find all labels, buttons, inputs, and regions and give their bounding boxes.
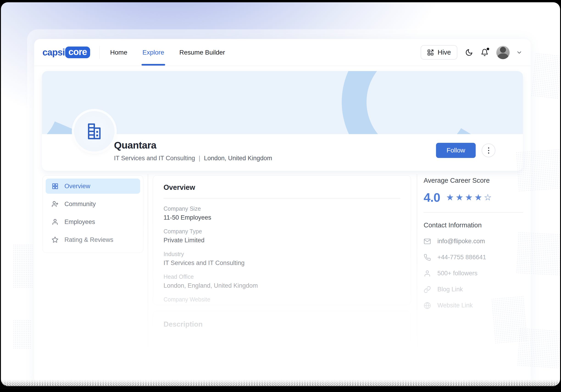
- contact-followers[interactable]: 500+ followers: [424, 270, 523, 277]
- company-logo-avatar: [74, 111, 114, 151]
- star-icon: [52, 236, 58, 243]
- description-card: Description: [153, 311, 411, 386]
- career-score: 4.0 ★★★★☆: [424, 190, 523, 204]
- field-head-office: Head Office London, England, United King…: [163, 274, 400, 289]
- contact-email[interactable]: info@flipoke.com: [424, 238, 523, 245]
- field-company-size: Company Size 11-50 Employees: [163, 205, 400, 221]
- company-identity: Quantara IT Services and IT Consulting |…: [114, 140, 272, 162]
- follow-button[interactable]: Follow: [436, 143, 476, 158]
- user-icon: [52, 218, 58, 225]
- field-value: London, England, United Kingdom: [163, 282, 400, 289]
- field-label: Head Office: [163, 274, 400, 280]
- notifications-button[interactable]: [481, 49, 488, 56]
- building-icon: [85, 122, 104, 141]
- field-label: Company Type: [163, 228, 400, 235]
- overview-title: Overview: [163, 183, 400, 192]
- sidebar-item-employees[interactable]: Employees: [46, 214, 140, 230]
- app-window: capsi core Home Explore Resume Builder: [34, 39, 531, 386]
- contact-label: +44-7755 886641: [437, 254, 486, 261]
- notification-dot: [487, 48, 489, 50]
- more-options-button[interactable]: [482, 144, 496, 157]
- brand-logo-suffix: core: [65, 47, 90, 58]
- kebab-icon: [488, 148, 489, 148]
- dark-mode-toggle[interactable]: [465, 49, 473, 56]
- sidebar-item-label: Rating & Reviews: [65, 236, 113, 244]
- career-score-title: Average Career Score: [424, 177, 523, 184]
- field-company-website: Company Website www.quantara.com: [163, 296, 400, 305]
- company-subtitle: IT Services and IT Consulting | London, …: [114, 155, 272, 162]
- sidebar-item-community[interactable]: Community: [46, 196, 140, 212]
- field-value: IT Services and IT Consulting: [163, 259, 400, 267]
- globe-icon: [424, 302, 431, 309]
- profile-menu-button[interactable]: [516, 49, 522, 56]
- logo-divider: [99, 46, 100, 59]
- career-score-value: 4.0: [424, 190, 440, 204]
- company-header-card: Quantara IT Services and IT Consulting |…: [42, 71, 523, 171]
- brand-logo[interactable]: capsi core: [43, 47, 90, 58]
- link-icon: [424, 286, 431, 293]
- contact-label: Website Link: [437, 302, 473, 309]
- contact-phone[interactable]: +44-7755 886641: [424, 254, 523, 261]
- contact-website-link[interactable]: Website Link: [424, 302, 523, 309]
- profile-section-nav: Overview Community: [43, 175, 143, 253]
- field-label: Company Website: [163, 296, 400, 303]
- company-location: London, United Kingdom: [204, 155, 272, 162]
- mail-icon: [424, 238, 431, 245]
- nav-link-home[interactable]: Home: [110, 49, 127, 56]
- navbar-actions: Hive: [421, 45, 522, 60]
- field-value: Private Limited: [163, 237, 400, 244]
- subtitle-separator: |: [199, 155, 200, 162]
- field-company-type: Company Type Private Limited: [163, 228, 400, 244]
- brand-logo-prefix: capsi: [43, 47, 65, 58]
- user-plus-icon: [52, 201, 58, 207]
- nav-link-resume-builder[interactable]: Resume Builder: [179, 49, 225, 56]
- company-info-strip: Quantara IT Services and IT Consulting |…: [42, 134, 523, 171]
- user-icon: [424, 270, 431, 277]
- divider: [163, 198, 400, 199]
- grid-icon: [52, 183, 58, 190]
- phone-icon: [424, 254, 431, 261]
- sidebar-item-label: Community: [65, 201, 96, 208]
- primary-nav: Home Explore Resume Builder: [110, 49, 225, 56]
- hive-button-label: Hive: [438, 49, 451, 56]
- desktop-background: capsi core Home Explore Resume Builder: [1, 2, 560, 386]
- sidebar-item-overview[interactable]: Overview: [46, 179, 140, 194]
- overview-card: Overview Company Size 11-50 Employees Co…: [153, 175, 411, 305]
- column-divider: [148, 174, 148, 348]
- description-title: Description: [163, 320, 400, 328]
- contact-label: info@flipoke.com: [437, 238, 485, 245]
- company-website-link[interactable]: www.quantara.com: [163, 305, 400, 305]
- field-label: Company Size: [163, 205, 400, 212]
- contact-label: 500+ followers: [437, 270, 477, 277]
- hive-button[interactable]: Hive: [421, 45, 457, 60]
- field-industry: Industry IT Services and IT Consulting: [163, 251, 400, 267]
- column-divider: [417, 174, 417, 348]
- company-industry: IT Services and IT Consulting: [114, 155, 195, 162]
- page-content: Overview Community: [42, 175, 523, 386]
- field-label: Industry: [163, 251, 400, 257]
- company-banner: [42, 71, 523, 134]
- top-navbar: capsi core Home Explore Resume Builder: [34, 39, 531, 66]
- hive-grid-arrow-icon: [427, 49, 434, 56]
- contact-label: Blog Link: [437, 286, 463, 293]
- divider: [424, 212, 523, 213]
- sidebar-item-label: Employees: [65, 218, 95, 226]
- right-sidebar: Average Career Score 4.0 ★★★★☆ Contact I…: [424, 177, 523, 309]
- moon-icon: [465, 49, 473, 56]
- star-rating: ★★★★☆: [446, 192, 493, 202]
- chevron-down-icon: [516, 49, 522, 56]
- contact-info-title: Contact Information: [424, 222, 523, 229]
- sidebar-item-label: Overview: [65, 183, 90, 190]
- banner-letter-shape: [463, 71, 523, 134]
- field-value: 11-50 Employees: [163, 214, 400, 221]
- company-actions: Follow: [436, 143, 496, 158]
- company-name: Quantara: [114, 140, 272, 151]
- nav-link-explore[interactable]: Explore: [142, 49, 164, 56]
- sidebar-item-rating-reviews[interactable]: Rating & Reviews: [46, 232, 140, 247]
- user-avatar[interactable]: [496, 46, 510, 59]
- contact-blog-link[interactable]: Blog Link: [424, 286, 523, 293]
